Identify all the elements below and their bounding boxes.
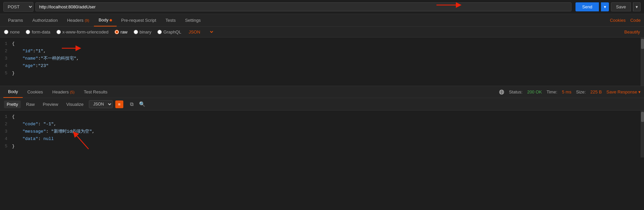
size-value: 225 B	[591, 89, 602, 94]
radio-none[interactable]: none	[4, 29, 20, 34]
radio-binary[interactable]: binary	[134, 29, 151, 34]
url-input[interactable]	[35, 2, 571, 11]
wrap-lines-button[interactable]: ≡	[115, 100, 123, 108]
time-value: 5 ms	[562, 89, 571, 94]
response-subtab-bar: Pretty Raw Preview Visualize JSON Text H…	[0, 98, 644, 111]
status-label: Status:	[509, 89, 522, 94]
radio-formdata[interactable]: form-data	[26, 29, 50, 34]
response-tab-testresults[interactable]: Test Results	[79, 86, 112, 97]
table-row: 2 "code": "-1",	[0, 121, 644, 128]
globe-icon	[499, 89, 504, 95]
status-value: 200 OK	[527, 89, 542, 94]
body-type-bar: none form-data x-www-form-urlencoded raw…	[0, 27, 644, 38]
radio-graphql[interactable]: GraphQL	[157, 29, 181, 34]
request-body-editor[interactable]: 1 { 2 "id":"1", 3 "name":"不一样的科技宅", 4 "a…	[0, 38, 644, 86]
response-tab-body[interactable]: Body	[3, 86, 23, 98]
table-row: 5 }	[0, 70, 644, 77]
radio-urlencoded[interactable]: x-www-form-urlencoded	[56, 29, 109, 34]
response-tab-bar: Body Cookies Headers (5) Test Results St…	[0, 86, 644, 98]
save-button[interactable]: Save	[611, 2, 631, 11]
message-arrow	[70, 131, 97, 151]
table-row: 1 {	[0, 40, 644, 48]
tab-headers[interactable]: Headers (9)	[62, 14, 94, 26]
response-tab-cookies[interactable]: Cookies	[23, 86, 48, 97]
save-response-button[interactable]: Save Response ▾	[607, 89, 641, 94]
cookies-link[interactable]: Cookies	[610, 18, 626, 23]
response-section: Body Cookies Headers (5) Test Results St…	[0, 86, 644, 157]
tab-prerequest[interactable]: Pre-request Script	[117, 14, 161, 26]
subtab-raw[interactable]: Raw	[23, 100, 37, 108]
svg-line-10	[75, 134, 89, 149]
response-tab-headers[interactable]: Headers (5)	[48, 86, 79, 97]
send-dropdown[interactable]: ▾	[601, 2, 609, 11]
table-row: 3 "name":"不一样的科技宅",	[0, 55, 644, 62]
table-row: 2 "id":"1",	[0, 48, 644, 55]
subtab-preview[interactable]: Preview	[40, 100, 61, 108]
time-label: Time:	[547, 89, 557, 94]
table-row: 4 "age":"23"	[0, 62, 644, 70]
response-scrollbar[interactable]	[641, 111, 644, 157]
subtab-visualize[interactable]: Visualize	[63, 100, 86, 108]
tab-body[interactable]: Body	[94, 14, 117, 26]
code-link[interactable]: Code	[630, 18, 641, 23]
scrollbar[interactable]	[641, 38, 644, 86]
tab-tests[interactable]: Tests	[161, 14, 180, 26]
size-label: Size:	[576, 89, 586, 94]
response-format-select[interactable]: JSON Text HTML	[89, 100, 113, 108]
beautify-button[interactable]: Beautify	[624, 29, 640, 34]
response-body-viewer: 1 { 2 "code": "-1", 3 "message": "新增时id必…	[0, 111, 644, 157]
subtab-pretty[interactable]: Pretty	[4, 100, 21, 108]
method-select[interactable]: POST GET PUT DELETE PATCH	[3, 2, 33, 12]
tab-authorization[interactable]: Authorization	[28, 14, 62, 26]
copy-response-button[interactable]: ⧉	[129, 100, 135, 108]
tab-settings[interactable]: Settings	[180, 14, 206, 26]
search-response-button[interactable]: 🔍	[138, 100, 147, 108]
request-tab-bar: Params Authorization Headers (9) Body Pr…	[0, 14, 644, 27]
send-button[interactable]: Send	[575, 2, 599, 11]
save-dropdown[interactable]: ▾	[633, 2, 641, 11]
top-bar: POST GET PUT DELETE PATCH Send ▾ Save ▾	[0, 0, 644, 14]
radio-raw[interactable]: raw	[115, 29, 128, 34]
table-row: 1 {	[0, 113, 644, 121]
tab-params[interactable]: Params	[3, 14, 28, 26]
id-arrow	[62, 45, 82, 52]
response-action-icons: ⧉ 🔍	[129, 100, 147, 108]
json-format-select[interactable]: JSON Text JavaScript HTML XML	[187, 29, 214, 35]
response-status-bar: Status: 200 OK Time: 5 ms Size: 225 B Sa…	[499, 89, 641, 95]
